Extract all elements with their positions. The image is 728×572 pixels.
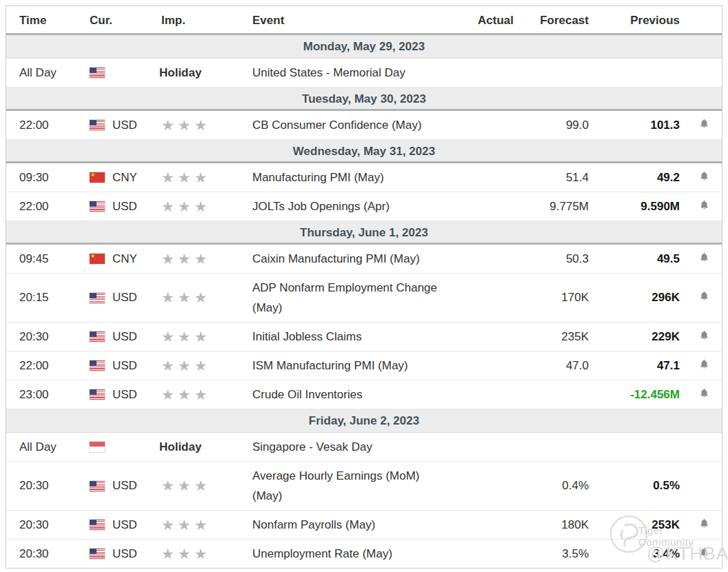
importance-star-icon: ★ <box>194 251 208 267</box>
importance-star-icon: ★ <box>178 546 191 562</box>
date-header-row: Monday, May 29, 2023 <box>6 35 722 59</box>
event-time: 23:00 <box>6 388 83 402</box>
calendar-event-row: 20:30 USD ★★★ Unemployment Rate (May) 3.… <box>6 540 722 568</box>
bell-icon[interactable] <box>698 198 710 215</box>
calendar-event-row: 23:00 USD ★★★ Crude Oil Inventories -12.… <box>6 380 722 409</box>
importance-star-icon: ★ <box>161 170 174 185</box>
currency-cell <box>83 68 158 78</box>
date-header-row: Thursday, June 1, 2023 <box>6 221 722 245</box>
calendar-event-row: 09:45 CNY ★★★ Caixin Manufacturing PMI (… <box>6 245 722 274</box>
importance-star-icon: ★ <box>161 546 174 562</box>
currency-label: USD <box>112 200 137 214</box>
importance-star-icon: ★ <box>178 358 191 374</box>
currency-cell: USD <box>83 359 158 373</box>
previous-value: 49.5 <box>594 252 685 266</box>
importance-star-icon: ★ <box>161 387 174 402</box>
previous-value: 0.5% <box>594 479 685 493</box>
forecast-value: 0.4% <box>519 479 594 493</box>
event-time: 20:30 <box>6 547 83 561</box>
date-header-row: Friday, June 2, 2023 <box>6 409 722 433</box>
importance-star-icon: ★ <box>178 170 191 185</box>
us-flag-icon <box>90 201 105 212</box>
column-header-importance: Imp. <box>158 14 252 28</box>
forecast-value: 51.4 <box>519 171 594 185</box>
importance-star-icon: ★ <box>178 478 191 493</box>
us-flag-icon <box>90 331 105 342</box>
importance-star-icon: ★ <box>194 170 208 185</box>
importance-star-icon: ★ <box>161 117 174 133</box>
bell-icon[interactable] <box>698 170 710 186</box>
currency-label: CNY <box>112 252 137 266</box>
importance-star-icon: ★ <box>178 289 191 305</box>
date-header-row: Tuesday, May 30, 2023 <box>6 88 722 111</box>
column-header-previous: Previous <box>594 14 685 28</box>
importance-stars: ★★★ <box>158 517 252 533</box>
forecast-value: 50.3 <box>519 252 594 266</box>
importance-stars: ★★★ <box>158 289 252 306</box>
economic-calendar-table: Time Cur. Imp. Event Actual Forecast Pre… <box>6 6 722 569</box>
currency-label: USD <box>112 388 137 402</box>
importance-stars: ★★★ <box>158 170 252 186</box>
calendar-event-row: All Day Holiday Singapore - Vesak Day <box>6 433 722 462</box>
currency-label: CNY <box>112 171 137 185</box>
calendar-event-row: 20:15 USD ★★★ ADP Nonfarm Employment Cha… <box>6 274 722 323</box>
column-header-currency: Cur. <box>83 14 158 28</box>
event-time: All Day <box>6 440 83 454</box>
us-flag-icon <box>90 120 105 130</box>
bell-icon[interactable] <box>698 387 710 403</box>
forecast-value: 235K <box>519 330 594 344</box>
currency-label: USD <box>112 547 137 561</box>
event-time: 22:00 <box>6 200 83 214</box>
importance-star-icon: ★ <box>178 117 191 133</box>
event-time: 09:45 <box>6 252 83 266</box>
sg-flag-icon <box>90 442 105 452</box>
importance-star-icon: ★ <box>161 329 174 345</box>
bell-icon[interactable] <box>698 517 710 533</box>
currency-label: USD <box>112 518 137 532</box>
previous-value: 47.1 <box>594 359 685 373</box>
importance-star-icon: ★ <box>178 198 191 214</box>
calendar-event-row: 20:30 USD ★★★ Average Hourly Earnings (M… <box>6 462 722 511</box>
importance-star-icon: ★ <box>178 251 191 267</box>
bell-icon[interactable] <box>698 546 710 562</box>
event-time: 22:00 <box>6 119 83 132</box>
bell-icon[interactable] <box>698 329 710 345</box>
currency-label: USD <box>112 479 137 493</box>
forecast-value: 3.5% <box>519 547 594 561</box>
forecast-value: 9.775M <box>519 200 594 214</box>
bell-icon[interactable] <box>698 358 710 374</box>
currency-cell: USD <box>83 291 158 305</box>
cn-flag-icon <box>90 254 105 264</box>
importance-star-icon: ★ <box>194 387 208 402</box>
previous-value: 296K <box>594 291 685 305</box>
importance-star-icon: ★ <box>178 329 191 345</box>
event-name: ADP Nonfarm Employment Change (May) <box>252 274 476 322</box>
importance-star-icon: ★ <box>161 358 174 374</box>
currency-label: USD <box>112 330 137 344</box>
date-header-row: Wednesday, May 31, 2023 <box>6 140 722 163</box>
bell-icon[interactable] <box>698 251 710 267</box>
importance-star-icon: ★ <box>194 117 208 133</box>
importance-star-icon: ★ <box>194 289 208 305</box>
currency-cell: USD <box>83 330 158 344</box>
importance-stars: ★★★ <box>158 478 252 494</box>
importance-stars: ★★★ <box>158 251 252 267</box>
importance-star-icon: ★ <box>161 198 174 214</box>
importance-stars: ★★★ <box>158 329 252 345</box>
currency-cell: USD <box>83 518 158 532</box>
event-name: CB Consumer Confidence (May) <box>252 111 476 139</box>
us-flag-icon <box>90 481 105 491</box>
calendar-event-row: 20:30 USD ★★★ Initial Jobless Claims 235… <box>6 323 722 351</box>
importance-star-icon: ★ <box>194 358 208 374</box>
event-time: 20:30 <box>6 479 83 493</box>
bell-icon[interactable] <box>698 289 710 306</box>
table-header-row: Time Cur. Imp. Event Actual Forecast Pre… <box>6 6 722 35</box>
importance-stars: ★★★ <box>158 358 252 374</box>
currency-cell <box>83 442 158 452</box>
us-flag-icon <box>90 520 105 530</box>
holiday-label: Holiday <box>158 440 252 454</box>
event-name: Crude Oil Inventories <box>252 380 476 409</box>
bell-icon[interactable] <box>698 117 710 134</box>
calendar-event-row: 20:30 USD ★★★ Nonfarm Payrolls (May) 180… <box>6 511 722 540</box>
importance-star-icon: ★ <box>161 517 174 533</box>
